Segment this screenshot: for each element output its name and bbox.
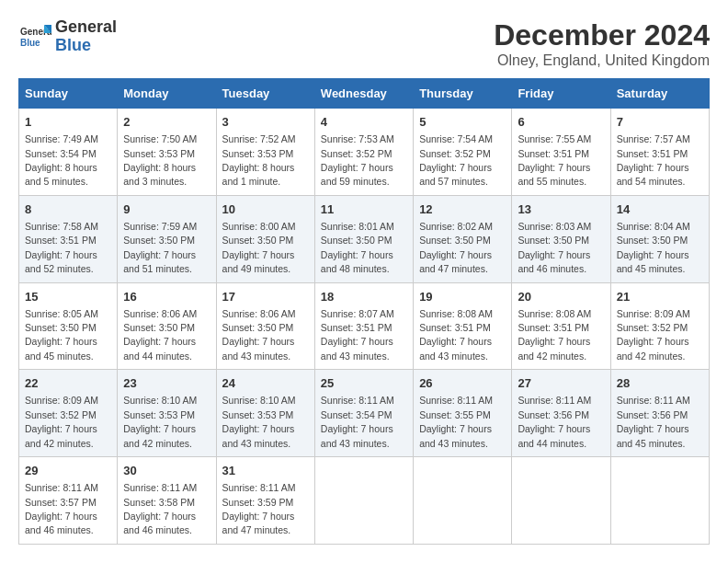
- day-cell: 18Sunrise: 8:07 AM Sunset: 3:51 PM Dayli…: [314, 282, 413, 370]
- day-number: 12: [419, 201, 506, 218]
- day-info: Sunrise: 8:10 AM Sunset: 3:53 PM Dayligh…: [123, 395, 197, 448]
- day-info: Sunrise: 8:11 AM Sunset: 3:57 PM Dayligh…: [25, 482, 98, 535]
- day-info: Sunrise: 8:09 AM Sunset: 3:52 PM Dayligh…: [617, 308, 690, 362]
- day-info: Sunrise: 7:57 AM Sunset: 3:51 PM Dayligh…: [617, 133, 690, 187]
- day-cell: 6Sunrise: 7:55 AM Sunset: 3:51 PM Daylig…: [512, 109, 610, 196]
- day-cell: 11Sunrise: 8:01 AM Sunset: 3:50 PM Dayli…: [314, 195, 413, 282]
- calendar-table: SundayMondayTuesdayWednesdayThursdayFrid…: [18, 78, 710, 545]
- day-cell: [314, 457, 413, 545]
- header-row: SundayMondayTuesdayWednesdayThursdayFrid…: [19, 79, 710, 109]
- day-info: Sunrise: 7:58 AM Sunset: 3:51 PM Dayligh…: [25, 221, 98, 274]
- day-number: 8: [25, 201, 111, 218]
- header-thursday: Thursday: [414, 79, 512, 109]
- day-info: Sunrise: 8:07 AM Sunset: 3:51 PM Dayligh…: [321, 308, 394, 362]
- page-header: General Blue General Blue December 2024 …: [18, 18, 710, 69]
- calendar-body: 1Sunrise: 7:49 AM Sunset: 3:54 PM Daylig…: [19, 109, 710, 545]
- day-cell: 21Sunrise: 8:09 AM Sunset: 3:52 PM Dayli…: [610, 282, 709, 370]
- month-title: December 2024: [494, 18, 710, 52]
- day-cell: 8Sunrise: 7:58 AM Sunset: 3:51 PM Daylig…: [19, 195, 118, 282]
- week-row-1: 1Sunrise: 7:49 AM Sunset: 3:54 PM Daylig…: [19, 109, 710, 196]
- day-cell: 2Sunrise: 7:50 AM Sunset: 3:53 PM Daylig…: [118, 109, 216, 196]
- day-cell: 25Sunrise: 8:11 AM Sunset: 3:54 PM Dayli…: [314, 370, 413, 457]
- day-number: 3: [222, 114, 309, 131]
- day-info: Sunrise: 8:00 AM Sunset: 3:50 PM Dayligh…: [222, 221, 296, 274]
- day-cell: 31Sunrise: 8:11 AM Sunset: 3:59 PM Dayli…: [216, 457, 314, 545]
- day-cell: 28Sunrise: 8:11 AM Sunset: 3:56 PM Dayli…: [610, 370, 709, 457]
- day-info: Sunrise: 7:54 AM Sunset: 3:52 PM Dayligh…: [419, 133, 493, 187]
- day-cell: 29Sunrise: 8:11 AM Sunset: 3:57 PM Dayli…: [19, 457, 118, 545]
- day-number: 27: [518, 375, 604, 392]
- day-number: 21: [617, 289, 703, 305]
- day-cell: [610, 457, 709, 545]
- day-info: Sunrise: 8:11 AM Sunset: 3:59 PM Dayligh…: [222, 482, 296, 535]
- day-number: 18: [321, 289, 407, 305]
- day-number: 24: [222, 375, 309, 392]
- day-cell: [512, 457, 610, 545]
- day-cell: 16Sunrise: 8:06 AM Sunset: 3:50 PM Dayli…: [118, 282, 216, 370]
- logo-icon: General Blue: [18, 20, 51, 53]
- week-row-4: 22Sunrise: 8:09 AM Sunset: 3:52 PM Dayli…: [19, 370, 710, 457]
- week-row-2: 8Sunrise: 7:58 AM Sunset: 3:51 PM Daylig…: [19, 195, 710, 282]
- day-number: 29: [25, 463, 111, 479]
- day-cell: 27Sunrise: 8:11 AM Sunset: 3:56 PM Dayli…: [512, 370, 610, 457]
- day-cell: 13Sunrise: 8:03 AM Sunset: 3:50 PM Dayli…: [512, 195, 610, 282]
- header-wednesday: Wednesday: [314, 79, 413, 109]
- day-cell: 26Sunrise: 8:11 AM Sunset: 3:55 PM Dayli…: [414, 370, 512, 457]
- day-info: Sunrise: 8:09 AM Sunset: 3:52 PM Dayligh…: [25, 395, 98, 448]
- day-number: 16: [123, 289, 210, 305]
- header-sunday: Sunday: [19, 79, 118, 109]
- day-cell: 19Sunrise: 8:08 AM Sunset: 3:51 PM Dayli…: [414, 282, 512, 370]
- location: Olney, England, United Kingdom: [494, 52, 710, 69]
- day-info: Sunrise: 7:55 AM Sunset: 3:51 PM Dayligh…: [518, 133, 591, 187]
- day-number: 22: [25, 375, 111, 392]
- day-info: Sunrise: 8:06 AM Sunset: 3:50 PM Dayligh…: [123, 308, 197, 362]
- day-number: 30: [123, 463, 210, 479]
- header-friday: Friday: [512, 79, 610, 109]
- svg-text:Blue: Blue: [20, 38, 40, 48]
- day-info: Sunrise: 7:49 AM Sunset: 3:54 PM Dayligh…: [25, 133, 98, 187]
- day-info: Sunrise: 8:11 AM Sunset: 3:55 PM Dayligh…: [419, 395, 493, 448]
- day-cell: 15Sunrise: 8:05 AM Sunset: 3:50 PM Dayli…: [19, 282, 118, 370]
- header-tuesday: Tuesday: [216, 79, 314, 109]
- day-info: Sunrise: 8:10 AM Sunset: 3:53 PM Dayligh…: [222, 395, 296, 448]
- day-info: Sunrise: 8:01 AM Sunset: 3:50 PM Dayligh…: [321, 221, 394, 274]
- day-number: 28: [617, 375, 703, 392]
- day-info: Sunrise: 7:59 AM Sunset: 3:50 PM Dayligh…: [123, 221, 197, 274]
- day-number: 26: [419, 375, 506, 392]
- day-info: Sunrise: 8:02 AM Sunset: 3:50 PM Dayligh…: [419, 221, 493, 274]
- day-number: 25: [321, 375, 407, 392]
- day-number: 7: [617, 114, 703, 131]
- day-number: 23: [123, 375, 210, 392]
- day-info: Sunrise: 7:53 AM Sunset: 3:52 PM Dayligh…: [321, 133, 394, 187]
- day-info: Sunrise: 8:11 AM Sunset: 3:58 PM Dayligh…: [123, 482, 197, 535]
- day-info: Sunrise: 8:11 AM Sunset: 3:56 PM Dayligh…: [518, 395, 591, 448]
- day-cell: 14Sunrise: 8:04 AM Sunset: 3:50 PM Dayli…: [610, 195, 709, 282]
- day-info: Sunrise: 7:50 AM Sunset: 3:53 PM Dayligh…: [123, 133, 197, 187]
- logo-text-blue: Blue: [55, 37, 117, 55]
- day-number: 20: [518, 289, 604, 305]
- day-cell: 7Sunrise: 7:57 AM Sunset: 3:51 PM Daylig…: [610, 109, 709, 196]
- day-info: Sunrise: 8:04 AM Sunset: 3:50 PM Dayligh…: [617, 221, 690, 274]
- day-info: Sunrise: 8:08 AM Sunset: 3:51 PM Dayligh…: [518, 308, 591, 362]
- week-row-5: 29Sunrise: 8:11 AM Sunset: 3:57 PM Dayli…: [19, 457, 710, 545]
- header-saturday: Saturday: [610, 79, 709, 109]
- day-number: 6: [518, 114, 604, 131]
- day-cell: 30Sunrise: 8:11 AM Sunset: 3:58 PM Dayli…: [118, 457, 216, 545]
- day-info: Sunrise: 8:06 AM Sunset: 3:50 PM Dayligh…: [222, 308, 296, 362]
- day-info: Sunrise: 7:52 AM Sunset: 3:53 PM Dayligh…: [222, 133, 296, 187]
- week-row-3: 15Sunrise: 8:05 AM Sunset: 3:50 PM Dayli…: [19, 282, 710, 370]
- day-number: 11: [321, 201, 407, 218]
- day-info: Sunrise: 8:05 AM Sunset: 3:50 PM Dayligh…: [25, 308, 98, 362]
- day-cell: 10Sunrise: 8:00 AM Sunset: 3:50 PM Dayli…: [216, 195, 314, 282]
- day-cell: 17Sunrise: 8:06 AM Sunset: 3:50 PM Dayli…: [216, 282, 314, 370]
- day-cell: 3Sunrise: 7:52 AM Sunset: 3:53 PM Daylig…: [216, 109, 314, 196]
- day-info: Sunrise: 8:03 AM Sunset: 3:50 PM Dayligh…: [518, 221, 591, 274]
- day-cell: 1Sunrise: 7:49 AM Sunset: 3:54 PM Daylig…: [19, 109, 118, 196]
- logo: General Blue General Blue: [18, 18, 117, 55]
- day-number: 14: [617, 201, 703, 218]
- day-number: 1: [25, 114, 111, 131]
- day-cell: 23Sunrise: 8:10 AM Sunset: 3:53 PM Dayli…: [118, 370, 216, 457]
- day-number: 2: [123, 114, 210, 131]
- day-number: 5: [419, 114, 506, 131]
- day-cell: 12Sunrise: 8:02 AM Sunset: 3:50 PM Dayli…: [414, 195, 512, 282]
